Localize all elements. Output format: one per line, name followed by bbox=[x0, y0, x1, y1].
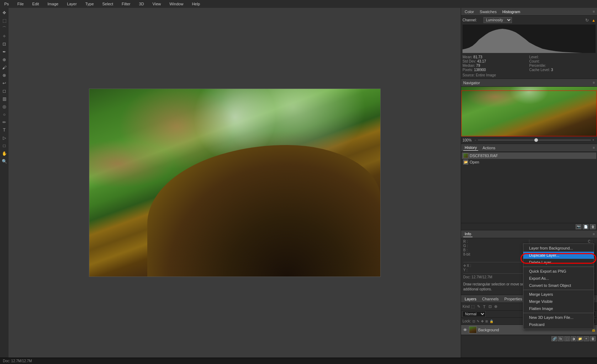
layer-visibility-icon[interactable]: 👁 bbox=[463, 327, 467, 332]
canvas-area[interactable] bbox=[9, 8, 461, 358]
channel-select[interactable]: Luminosity RGB Red Green Blue bbox=[484, 17, 512, 23]
clone-tool[interactable]: ⊗ bbox=[1, 72, 8, 79]
lock-all-icon[interactable]: 🔒 bbox=[490, 320, 493, 323]
path-select-tool[interactable]: ▷ bbox=[1, 134, 8, 141]
zoom-slider[interactable] bbox=[478, 140, 591, 140]
menu-type[interactable]: Type bbox=[84, 1, 95, 7]
history-snapshot-btn[interactable]: 📷 bbox=[576, 224, 581, 229]
context-menu-item-delete[interactable]: Delete Layer bbox=[523, 259, 594, 266]
menu-select[interactable]: Select bbox=[101, 1, 115, 7]
lock-artboard-icon[interactable]: ⊞ bbox=[485, 320, 488, 323]
lasso-tool[interactable]: ⌒ bbox=[1, 25, 8, 32]
pen-tool[interactable]: ✏ bbox=[1, 119, 8, 126]
tab-actions[interactable]: Actions bbox=[481, 145, 497, 151]
tab-channels[interactable]: Channels bbox=[481, 296, 500, 302]
menu-help[interactable]: Help bbox=[190, 1, 201, 7]
menu-window[interactable]: Window bbox=[168, 1, 185, 7]
move-tool[interactable]: ✥ bbox=[1, 9, 8, 16]
tab-swatches[interactable]: Swatches bbox=[478, 9, 498, 15]
context-menu-item-merge-visible[interactable]: Merge Visible bbox=[523, 298, 594, 305]
cache-value: 3 bbox=[551, 68, 553, 72]
tab-history[interactable]: History bbox=[463, 145, 478, 151]
zoom-tool[interactable]: 🔍 bbox=[1, 158, 8, 165]
eyedropper-tool[interactable]: ✒ bbox=[1, 48, 8, 55]
layers-filter-icon3[interactable]: T bbox=[482, 304, 487, 309]
lock-image-icon[interactable]: ✎ bbox=[477, 320, 480, 323]
context-menu-item-layer-from-bg[interactable]: Layer from Background... bbox=[523, 245, 594, 252]
context-menu-item-postcard[interactable]: Postcard bbox=[523, 321, 594, 328]
tab-color[interactable]: Color bbox=[463, 9, 475, 15]
context-menu-item-flatten[interactable]: Flatten Image bbox=[523, 305, 594, 312]
layer-fx-btn[interactable]: fx bbox=[558, 336, 564, 341]
layer-mask-btn[interactable]: ⬚ bbox=[564, 336, 570, 341]
brush-tool[interactable]: 🖌 bbox=[1, 64, 8, 71]
history-new-doc-btn[interactable]: 📄 bbox=[583, 224, 588, 229]
menu-edit[interactable]: Edit bbox=[31, 1, 41, 7]
context-menu-item-export-as[interactable]: Export As... bbox=[523, 275, 594, 282]
context-menu-item-new-3d[interactable]: New 3D Layer from File... bbox=[523, 314, 594, 321]
menu-layer[interactable]: Layer bbox=[65, 1, 78, 7]
history-delete-btn[interactable]: 🗑 bbox=[590, 224, 596, 229]
blend-mode-select[interactable]: Normal bbox=[463, 311, 486, 317]
zoom-in-icon[interactable]: + bbox=[592, 138, 594, 142]
histogram-expand[interactable]: ≡ bbox=[593, 10, 595, 14]
wand-tool[interactable]: ✧ bbox=[1, 33, 8, 40]
layer-group-btn[interactable]: 📁 bbox=[577, 336, 583, 341]
layers-filter-icon1[interactable]: ⬚ bbox=[470, 304, 475, 309]
pixels-label: Pixels: bbox=[463, 68, 474, 72]
tab-info[interactable]: Info bbox=[463, 231, 472, 237]
navigator-image bbox=[461, 87, 597, 136]
menu-image[interactable]: Image bbox=[46, 1, 60, 7]
pixels-value: 138900 bbox=[474, 68, 486, 72]
navigator-expand[interactable]: ≡ bbox=[593, 81, 595, 85]
context-menu-item-convert-smart[interactable]: Convert to Smart Object bbox=[523, 282, 594, 289]
histogram-graph bbox=[463, 25, 596, 53]
layers-filter-icon4[interactable]: ⊡ bbox=[487, 304, 492, 309]
histogram-header: Color Swatches Histogram ≡ bbox=[461, 8, 597, 16]
info-expand[interactable]: ≡ bbox=[593, 232, 595, 236]
median-value: 79 bbox=[476, 64, 480, 68]
lock-transparent-icon[interactable]: ⊡ bbox=[472, 320, 475, 323]
crop-tool[interactable]: ⊡ bbox=[1, 41, 8, 48]
blur-tool[interactable]: ◎ bbox=[1, 103, 8, 110]
zoom-out-icon[interactable]: − bbox=[475, 138, 476, 142]
spot-heal-tool[interactable]: ⊕ bbox=[1, 56, 8, 63]
selection-tool[interactable]: ⬚ bbox=[1, 17, 8, 24]
layer-adj-btn[interactable]: ◑ bbox=[571, 336, 576, 341]
channel-label: Channel: bbox=[463, 18, 482, 22]
text-tool[interactable]: T bbox=[1, 127, 8, 134]
context-menu-sep-2 bbox=[523, 290, 594, 290]
menu-view[interactable]: View bbox=[151, 1, 163, 7]
menu-3d[interactable]: 3D bbox=[138, 1, 146, 7]
layer-link-btn[interactable]: 🔗 bbox=[551, 336, 557, 341]
tab-properties[interactable]: Properties bbox=[503, 296, 524, 302]
info-header: Info ≡ bbox=[461, 230, 597, 238]
hand-tool[interactable]: ✋ bbox=[1, 150, 8, 157]
context-menu-item-merge-layers[interactable]: Merge Layers bbox=[523, 291, 594, 298]
history-item-raf[interactable]: DSCF8783.RAF bbox=[462, 152, 596, 159]
history-item-open[interactable]: 📂 Open bbox=[462, 159, 596, 165]
dodge-tool[interactable]: ○ bbox=[1, 111, 8, 118]
layer-delete-btn[interactable]: 🗑 bbox=[590, 336, 596, 341]
histogram-stats: Mean: 81.73 Level: Std Dev: 43.17 Count: bbox=[463, 54, 596, 73]
menu-ps[interactable]: Ps bbox=[3, 1, 10, 7]
menu-file[interactable]: File bbox=[16, 1, 25, 7]
context-menu-item-quick-export[interactable]: Quick Export as PNG bbox=[523, 268, 594, 275]
refresh-icon[interactable]: ↻ bbox=[585, 18, 589, 23]
lock-position-icon[interactable]: ✥ bbox=[481, 320, 484, 323]
layers-filter-icon2[interactable]: ✎ bbox=[476, 304, 481, 309]
menu-filter[interactable]: Filter bbox=[120, 1, 132, 7]
layers-filter-icon5[interactable]: ⊕ bbox=[493, 304, 498, 309]
status-doc-size: Doc: 12.7M/12.7M bbox=[3, 359, 32, 363]
tab-histogram[interactable]: Histogram bbox=[501, 9, 522, 15]
layer-new-btn[interactable]: + bbox=[583, 336, 589, 341]
eraser-tool[interactable]: ◻ bbox=[1, 87, 8, 95]
history-expand[interactable]: ≡ bbox=[593, 146, 595, 150]
layers-kind-label: Kind bbox=[463, 305, 470, 309]
gradient-tool[interactable]: ▥ bbox=[1, 95, 8, 102]
context-menu-item-duplicate[interactable]: Duplicate Layer... bbox=[523, 252, 594, 259]
history-brush-tool[interactable]: ↩ bbox=[1, 80, 8, 87]
status-bar: Doc: 12.7M/12.7M bbox=[0, 358, 597, 364]
tab-layers[interactable]: Layers bbox=[463, 296, 478, 302]
shape-tool[interactable]: □ bbox=[1, 142, 8, 149]
